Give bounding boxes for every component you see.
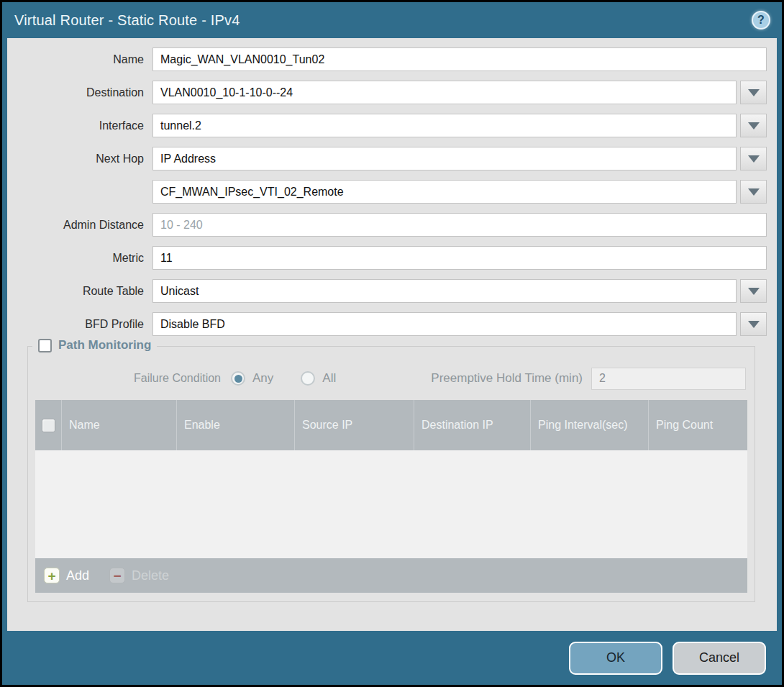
header-cell-ping-count: Ping Count bbox=[648, 400, 747, 450]
table-header-row: Name Enable Source IP Destination IP Pin… bbox=[35, 400, 747, 450]
name-label: Name bbox=[14, 53, 152, 66]
delete-button-label: Delete bbox=[132, 568, 169, 583]
path-monitoring-title: Path Monitoring bbox=[58, 338, 151, 352]
table-body-empty bbox=[35, 450, 747, 558]
radio-any-icon bbox=[231, 371, 245, 386]
ok-button[interactable]: OK bbox=[569, 642, 662, 675]
table-toolbar: + Add − Delete bbox=[35, 558, 747, 593]
form-row-metric: Metric bbox=[14, 246, 767, 270]
dialog-footer: OK Cancel bbox=[2, 631, 782, 685]
chevron-down-icon bbox=[748, 288, 760, 295]
help-icon[interactable]: ? bbox=[752, 11, 770, 29]
bfd-profile-dropdown-button[interactable] bbox=[740, 312, 767, 336]
chevron-down-icon bbox=[748, 89, 760, 96]
path-monitoring-section: Path Monitoring Failure Condition Any Al… bbox=[27, 346, 755, 602]
next-hop-label: Next Hop bbox=[14, 153, 152, 165]
form-row-destination: Destination bbox=[14, 81, 767, 104]
add-button[interactable]: + Add bbox=[44, 568, 89, 583]
bfd-profile-input[interactable] bbox=[152, 312, 737, 336]
chevron-down-icon bbox=[748, 122, 760, 129]
metric-input[interactable] bbox=[152, 246, 767, 270]
form-row-next-hop: Next Hop bbox=[14, 147, 767, 170]
failure-condition-label: Failure Condition bbox=[35, 372, 231, 385]
chevron-down-icon bbox=[748, 188, 760, 196]
next-hop-address-input[interactable] bbox=[152, 180, 737, 204]
header-cell-source-ip: Source IP bbox=[294, 400, 414, 450]
destination-label: Destination bbox=[14, 86, 152, 99]
path-monitoring-legend: Path Monitoring bbox=[32, 338, 157, 352]
plus-icon: + bbox=[44, 568, 60, 583]
metric-label: Metric bbox=[14, 252, 152, 265]
preemptive-hold-time-input[interactable] bbox=[591, 368, 746, 390]
dialog-body: Name Destination Interface bbox=[7, 38, 777, 631]
form-row-name: Name bbox=[14, 47, 767, 71]
interface-input[interactable] bbox=[152, 114, 737, 137]
admin-distance-label: Admin Distance bbox=[14, 219, 152, 232]
dialog-frame: Virtual Router - Static Route - IPv4 ? N… bbox=[0, 0, 784, 687]
admin-distance-input[interactable] bbox=[152, 213, 767, 237]
add-button-label: Add bbox=[66, 568, 89, 583]
static-route-dialog: Virtual Router - Static Route - IPv4 ? N… bbox=[2, 2, 782, 685]
route-table-input[interactable] bbox=[152, 279, 737, 303]
destination-input[interactable] bbox=[152, 81, 737, 104]
form-row-interface: Interface bbox=[14, 114, 767, 137]
form-row-next-hop-address bbox=[14, 180, 767, 204]
minus-icon: − bbox=[109, 568, 125, 583]
header-cell-destination-ip: Destination IP bbox=[414, 400, 530, 450]
delete-button[interactable]: − Delete bbox=[109, 568, 169, 583]
chevron-down-icon bbox=[748, 155, 760, 163]
failure-condition-any-option[interactable]: Any bbox=[231, 371, 273, 386]
route-table-label: Route Table bbox=[14, 285, 152, 298]
select-all-checkbox[interactable] bbox=[42, 419, 55, 432]
form-row-admin-distance: Admin Distance bbox=[14, 213, 767, 237]
interface-label: Interface bbox=[14, 119, 152, 132]
header-cell-ping-interval: Ping Interval(sec) bbox=[530, 400, 648, 450]
path-monitoring-table: Name Enable Source IP Destination IP Pin… bbox=[35, 400, 747, 593]
next-hop-type-input[interactable] bbox=[152, 147, 737, 170]
name-input[interactable] bbox=[152, 47, 767, 71]
header-cell-enable: Enable bbox=[176, 400, 294, 450]
interface-dropdown-button[interactable] bbox=[740, 114, 767, 137]
radio-all-icon bbox=[301, 371, 315, 386]
chevron-down-icon bbox=[748, 321, 760, 328]
header-cell-select bbox=[35, 400, 61, 450]
route-table-dropdown-button[interactable] bbox=[740, 279, 767, 303]
radio-all-label: All bbox=[322, 371, 336, 386]
dialog-title: Virtual Router - Static Route - IPv4 bbox=[14, 12, 240, 29]
next-hop-type-dropdown-button[interactable] bbox=[740, 147, 767, 170]
form-row-bfd-profile: BFD Profile bbox=[14, 312, 767, 336]
bfd-profile-label: BFD Profile bbox=[14, 318, 152, 331]
titlebar: Virtual Router - Static Route - IPv4 ? bbox=[2, 2, 782, 38]
radio-any-label: Any bbox=[252, 371, 273, 386]
cancel-button[interactable]: Cancel bbox=[673, 642, 766, 675]
failure-condition-all-option[interactable]: All bbox=[301, 371, 336, 386]
destination-dropdown-button[interactable] bbox=[740, 81, 767, 104]
path-monitoring-checkbox[interactable] bbox=[38, 339, 52, 352]
failure-condition-row: Failure Condition Any All Preemptive Hol… bbox=[35, 367, 747, 390]
form-row-route-table: Route Table bbox=[14, 279, 767, 303]
preemptive-hold-time-label: Preemptive Hold Time (min) bbox=[431, 371, 591, 386]
next-hop-address-dropdown-button[interactable] bbox=[740, 180, 767, 204]
header-cell-name: Name bbox=[61, 400, 176, 450]
